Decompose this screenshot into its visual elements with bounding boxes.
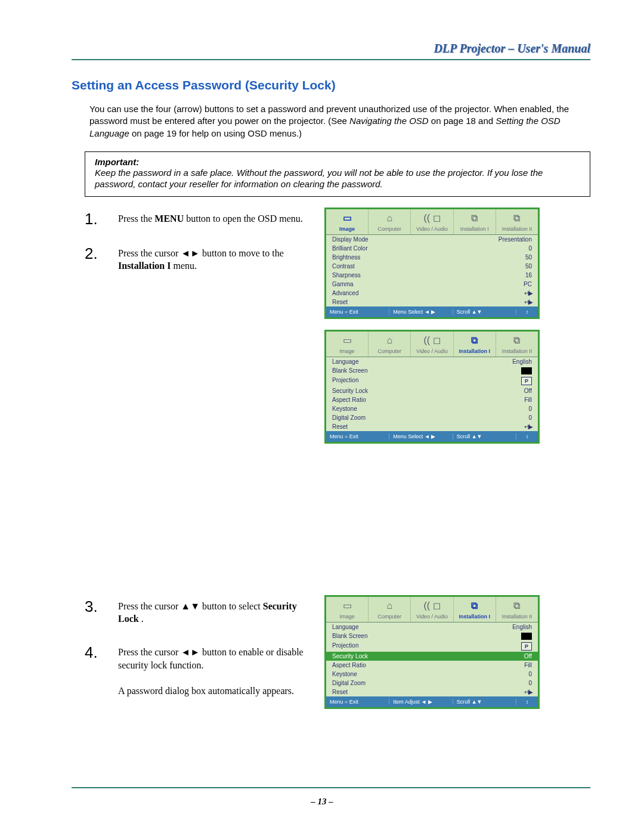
- up-down-arrow-icon: ▲▼: [181, 601, 200, 611]
- tab-icon: (( ◻: [411, 212, 453, 225]
- osd-tab-installation-ii: ⧉Installation II: [496, 332, 538, 357]
- section-title: Setting an Access Password (Security Loc…: [72, 78, 590, 92]
- black-swatch-icon: [521, 367, 532, 374]
- tab-icon: (( ◻: [411, 599, 453, 612]
- osd-label: Blank Screen: [332, 633, 367, 640]
- step-1-text: Press the MENU button to open the OSD me…: [118, 210, 315, 227]
- osd-tab-installation-i: ⧉Installation I: [454, 597, 496, 622]
- header-title: DLP Projector – User's Manual: [72, 42, 590, 55]
- tab-icon: ▭: [326, 212, 368, 225]
- header-rule: [72, 59, 590, 60]
- tab-icon: ⧉: [454, 212, 496, 225]
- tab-icon: ▭: [326, 334, 368, 347]
- osd-label: Language: [332, 358, 359, 365]
- step-1-a: Press the: [118, 213, 154, 224]
- step-3-a: Press the cursor: [118, 601, 181, 611]
- osd-row-reset: Reset↵/▶: [326, 688, 538, 696]
- osd-installation1-menu: ▭Image⌂Computer(( ◻Video / Audio⧉Install…: [324, 330, 540, 444]
- osd-value: Fill: [524, 662, 532, 668]
- step-3-text: Press the cursor ▲▼ button to select Sec…: [118, 597, 315, 625]
- osd-value: 0: [528, 680, 532, 686]
- osd-tab-computer: ⌂Computer: [369, 332, 411, 357]
- tab-icon: ⌂: [369, 212, 410, 225]
- osd-footer: Menu = ExitMenu Select ◄ ▶Scroll ▲▼↕: [326, 431, 538, 442]
- osd-footer-cell: ↕: [516, 433, 538, 439]
- osd-label: Security Lock: [332, 388, 368, 394]
- intro-paragraph: You can use the four (arrow) buttons to …: [89, 103, 590, 140]
- osd-value: Presentation: [499, 236, 532, 243]
- osd-row-blank-screen: Blank Screen: [326, 366, 538, 376]
- osd-label: Aspect Ratio: [332, 662, 366, 668]
- tab-icon: ⧉: [496, 334, 538, 347]
- osd-security-lock-menu: ▭Image⌂Computer(( ◻Video / Audio⧉Install…: [324, 595, 540, 709]
- step-3-b: button to select: [202, 601, 263, 611]
- osd-row-contrast: Contrast50: [326, 262, 538, 271]
- step-2-a: Press the cursor: [118, 248, 181, 258]
- osd-footer-cell: Menu Select ◄ ▶: [389, 309, 453, 315]
- osd-label: Gamma: [332, 281, 354, 287]
- tab-icon: ⌂: [369, 599, 410, 612]
- osd-footer: Menu = ExitMenu Select ◄ ▶Scroll ▲▼↕: [326, 306, 538, 317]
- osd-footer-cell: Scroll ▲▼: [453, 699, 516, 705]
- osd-value: Off: [524, 388, 532, 394]
- osd-footer-cell: Scroll ▲▼: [453, 433, 516, 439]
- left-right-arrow-icon: ◄►: [181, 248, 200, 258]
- osd-label: Brilliant Color: [332, 245, 367, 252]
- osd-value: 50: [525, 263, 532, 270]
- osd-label: Reset: [332, 299, 348, 305]
- osd-row-brilliant-color: Brilliant Color0: [326, 244, 538, 253]
- osd-row-gamma: GammaPC: [326, 280, 538, 289]
- step-2-c: menu.: [173, 261, 197, 271]
- osd-value: English: [512, 358, 532, 365]
- osd-tab-video-audio: (( ◻Video / Audio: [411, 209, 453, 234]
- osd-label: Keystone: [332, 671, 357, 677]
- osd-tab-computer: ⌂Computer: [369, 597, 411, 622]
- osd-row-reset: Reset↵/▶: [326, 422, 538, 431]
- intro-text-3: on page 19 for help on using OSD menus.): [132, 128, 302, 138]
- important-box: Important: Keep the password in a safe p…: [85, 151, 590, 197]
- tab-icon: ⧉: [496, 599, 538, 612]
- osd-row-aspect-ratio: Aspect RatioFill: [326, 395, 538, 404]
- osd-label: Reset: [332, 423, 348, 430]
- osd-tab-installation-i: ⧉Installation I: [454, 209, 496, 234]
- tab-icon: ⧉: [454, 334, 496, 347]
- osd-row-digital-zoom: Digital Zoom0: [326, 679, 538, 688]
- nav-osd-ref: Navigating the OSD: [349, 116, 429, 126]
- osd-value: 50: [525, 254, 532, 261]
- step-2-num: 2.: [85, 244, 109, 272]
- osd-footer-cell: ↕: [516, 699, 538, 705]
- osd-footer-cell: Menu Select ◄ ▶: [389, 433, 453, 439]
- tab-icon: ⧉: [496, 212, 538, 225]
- osd-row-language: LanguageEnglish: [326, 357, 538, 366]
- enter-icon: ↵/▶: [524, 299, 532, 305]
- osd-tab-installation-ii: ⧉Installation II: [496, 209, 538, 234]
- osd-tab-image: ▭Image: [326, 332, 369, 357]
- osd-label: Brightness: [332, 254, 360, 261]
- osd-footer-cell: Scroll ▲▼: [453, 309, 516, 315]
- osd-label: Projection: [332, 642, 358, 651]
- osd-value: 0: [528, 414, 532, 421]
- tab-icon: ▭: [326, 599, 368, 612]
- enter-icon: ↵/▶: [524, 689, 532, 695]
- tab-icon: ⌂: [369, 334, 410, 347]
- step-1-b: MENU: [154, 213, 184, 224]
- osd-row-sharpness: Sharpness16: [326, 271, 538, 280]
- osd-row-brightness: Brightness50: [326, 253, 538, 262]
- osd-value: 0: [528, 405, 532, 412]
- osd-footer-cell: Item Adjust ◄ ▶: [389, 699, 453, 705]
- osd-tab-video-audio: (( ◻Video / Audio: [411, 332, 453, 357]
- osd-label: Advanced: [332, 290, 358, 296]
- osd-value: Fill: [524, 397, 532, 403]
- step-3-c: .: [141, 614, 144, 624]
- osd-row-security-lock: Security LockOff: [326, 652, 538, 661]
- osd-footer: Menu = ExitItem Adjust ◄ ▶Scroll ▲▼↕: [326, 696, 538, 707]
- osd-image-menu: ▭Image⌂Computer(( ◻Video / Audio⧉Install…: [324, 208, 540, 319]
- osd-row-display-mode: Display ModePresentation: [326, 235, 538, 244]
- osd-tab-installation-i: ⧉Installation I: [454, 332, 496, 357]
- tab-icon: (( ◻: [411, 334, 453, 347]
- step-2-b: button to move to the: [202, 248, 284, 258]
- osd-row-keystone: Keystone0: [326, 404, 538, 413]
- step-1-c: button to open the OSD menu.: [186, 213, 303, 224]
- osd-label: Reset: [332, 689, 348, 695]
- step-3-num: 3.: [85, 597, 109, 625]
